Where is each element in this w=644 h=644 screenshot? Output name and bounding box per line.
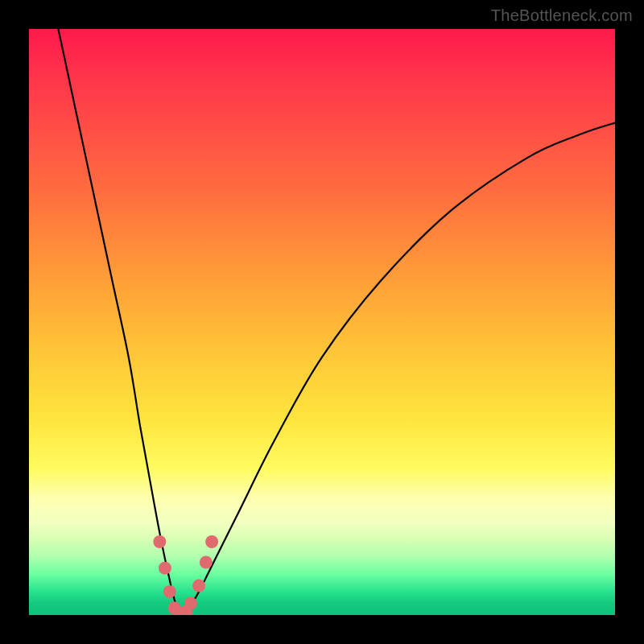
chart-svg bbox=[29, 29, 615, 615]
chart-frame: TheBottleneck.com bbox=[0, 0, 644, 644]
curve-marker bbox=[184, 597, 197, 609]
curve-marker bbox=[192, 580, 205, 592]
curve-marker bbox=[163, 585, 176, 598]
curve-marker bbox=[200, 555, 213, 568]
curve-marker bbox=[205, 535, 218, 548]
curve-markers bbox=[153, 535, 218, 615]
curve-marker bbox=[153, 535, 166, 548]
bottleneck-curve bbox=[58, 29, 615, 613]
curve-marker bbox=[159, 562, 171, 575]
plot-area bbox=[29, 29, 615, 615]
watermark-text: TheBottleneck.com bbox=[491, 6, 633, 25]
